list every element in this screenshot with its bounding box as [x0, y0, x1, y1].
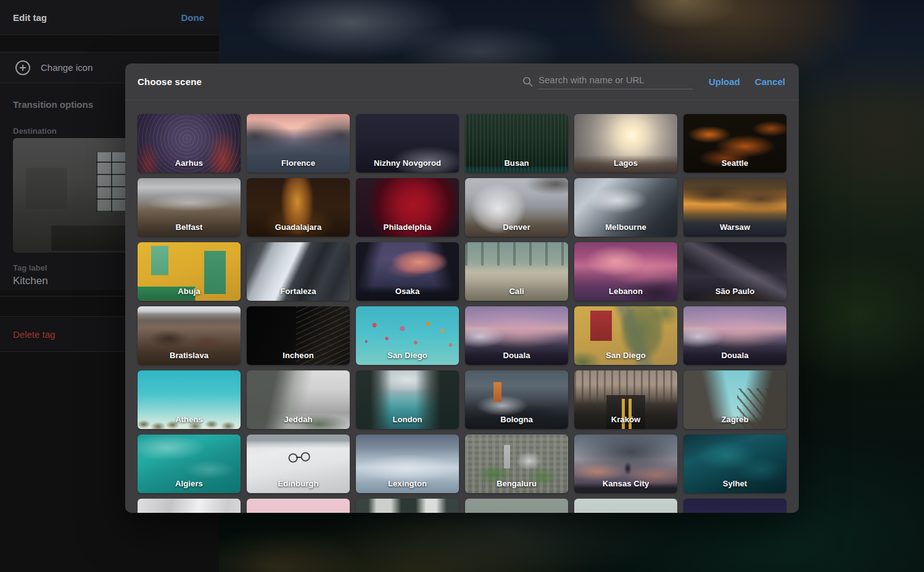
scene-name: Cali [509, 287, 524, 301]
search-icon [522, 76, 533, 89]
app-window: Edit tag Done Change icon Transition opt… [0, 0, 924, 572]
scene-tile[interactable]: Incheon [247, 306, 350, 365]
scene-name: San Diego [606, 351, 645, 365]
scene-tile[interactable]: Nizhny Novgorod [356, 114, 459, 173]
delete-tag-button[interactable]: Delete tag [0, 329, 55, 340]
scene-tile[interactable]: Bengaluru [465, 435, 568, 493]
scene-tile[interactable]: Melbourne [574, 178, 677, 237]
scene-name: Seattle [722, 158, 748, 173]
scene-name: Lexington [388, 479, 427, 493]
scene-name: Philadelphia [384, 223, 432, 237]
scene-name: Florence [281, 158, 315, 173]
destination-label: Destination [13, 126, 57, 136]
scene-tile[interactable]: San Diego [574, 306, 677, 365]
panel-title: Edit tag [13, 12, 47, 23]
scene-tile[interactable]: Athens [138, 370, 241, 429]
scene-tile[interactable]: Cali [465, 242, 568, 301]
scene-tile[interactable]: Seattle [683, 114, 786, 173]
scene-name: Athens [175, 415, 203, 429]
scene-name: Melbourne [605, 223, 646, 237]
scene-name: Kansas City [603, 479, 650, 493]
scene-tile[interactable]: Kraków [574, 370, 677, 429]
scene-tile[interactable]: Douala [683, 306, 786, 365]
scene-name: Guadalajara [275, 223, 322, 237]
scene-name: Fortaleza [281, 287, 316, 301]
modal-title: Choose scene [138, 76, 202, 87]
upload-button[interactable]: Upload [709, 76, 740, 87]
scene-tile[interactable]: Bratislava [138, 306, 241, 365]
scene-tile[interactable]: Lagos [574, 114, 677, 173]
scene-tile[interactable]: Bologna [465, 370, 568, 429]
tag-label-heading: Tag label [13, 263, 47, 272]
scene-tile[interactable]: Denver [465, 178, 568, 237]
change-icon-label: Change icon [41, 62, 93, 73]
scene-name: Bengaluru [497, 479, 537, 493]
scene-name: Zagreb [722, 415, 749, 429]
scene-name: Douala [503, 351, 530, 365]
search-field [538, 75, 693, 89]
scene-name: Jeddah [284, 415, 312, 429]
scene-tile[interactable]: Belfast [138, 178, 241, 237]
scene-name: Abuja [178, 287, 200, 301]
scene-name: São Paulo [716, 287, 755, 301]
scene-name: Sylhet [723, 479, 748, 493]
scene-name: Algiers [175, 479, 203, 493]
scene-name: Lagos [614, 158, 638, 173]
scene-name: Osaka [395, 287, 420, 301]
scene-tile[interactable]: Florence [247, 114, 350, 173]
scene-tile[interactable]: Kansas City [574, 435, 677, 493]
scene-name: Denver [503, 223, 530, 237]
scene-name: Belfast [175, 223, 202, 237]
scene-tile[interactable]: San Diego [356, 306, 459, 365]
scene-name: Aarhus [175, 158, 203, 173]
scene-tile[interactable] [247, 499, 350, 513]
scene-tile[interactable]: Lexington [356, 435, 459, 493]
scene-tile[interactable]: Osaka [356, 242, 459, 301]
scene-tile[interactable]: Abuja [138, 242, 241, 301]
scene-search-input[interactable] [538, 75, 693, 85]
scene-name: Kraków [611, 415, 641, 429]
scene-tile[interactable]: Philadelphia [356, 178, 459, 237]
scene-name: San Diego [387, 351, 427, 365]
scene-tile[interactable] [574, 499, 677, 513]
scene-name: Edinburgh [278, 479, 319, 493]
scene-tile[interactable] [465, 499, 568, 513]
scene-tile[interactable] [683, 499, 786, 513]
scene-tile[interactable] [356, 499, 459, 513]
scene-tile[interactable]: Warsaw [683, 178, 786, 237]
scene-grid: Aarhus Florence Nizhny Novgorod Busan La… [125, 100, 799, 513]
scene-tile[interactable]: Jeddah [247, 370, 350, 429]
scene-tile[interactable] [138, 499, 241, 513]
scene-name: London [392, 415, 422, 429]
cancel-button[interactable]: Cancel [755, 76, 785, 87]
scene-tile[interactable]: Zagreb [683, 370, 786, 429]
tag-label-value[interactable]: Kitchen [13, 275, 48, 287]
scene-name: Bratislava [170, 351, 208, 365]
scene-name: Incheon [283, 351, 314, 365]
scene-name: Bologna [500, 415, 533, 429]
scene-tile[interactable]: Busan [465, 114, 568, 173]
scene-tile[interactable]: London [356, 370, 459, 429]
plus-circle-icon [15, 60, 30, 75]
scene-name: Warsaw [720, 223, 750, 237]
scene-name: Douala [722, 351, 749, 365]
edit-tag-header: Edit tag Done [0, 0, 219, 35]
scene-tile[interactable]: São Paulo [683, 242, 786, 301]
scene-tile[interactable]: Lebanon [574, 242, 677, 301]
scene-name: Lebanon [609, 287, 643, 301]
choose-scene-modal: Choose scene Upload Cancel Aarhus Floren… [125, 63, 799, 513]
scene-tile[interactable]: Fortaleza [247, 242, 350, 301]
scene-tile[interactable]: Sylhet [683, 435, 786, 493]
scene-name: Nizhny Novgorod [374, 158, 441, 173]
transition-options-heading: Transition options [13, 99, 93, 110]
scene-tile[interactable]: Aarhus [138, 114, 241, 173]
scene-tile[interactable]: Guadalajara [247, 178, 350, 237]
scene-name: Busan [504, 158, 529, 173]
done-button[interactable]: Done [181, 12, 205, 23]
modal-header: Choose scene Upload Cancel [125, 63, 799, 100]
scene-search [522, 75, 693, 89]
scene-tile[interactable]: Edinburgh [247, 435, 350, 493]
scene-tile[interactable]: Algiers [138, 435, 241, 493]
scene-tile[interactable]: Douala [465, 306, 568, 365]
